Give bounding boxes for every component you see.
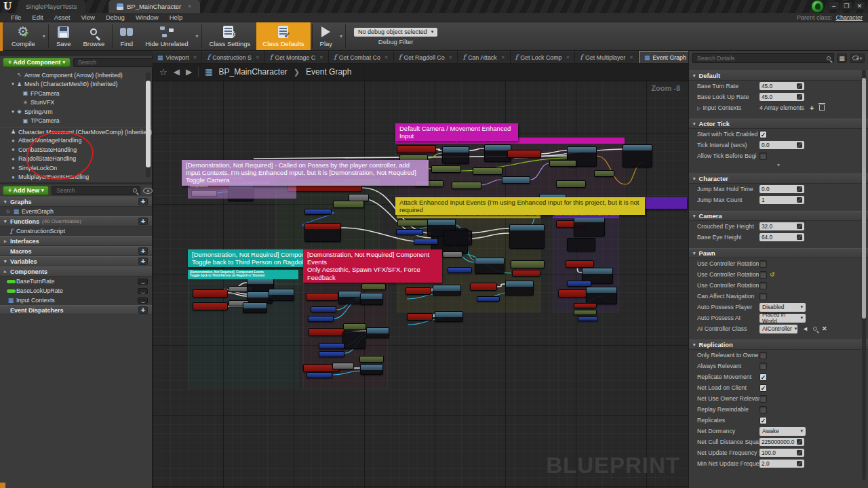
- tab-get-lock-comp[interactable]: fGet Lock Comp✕: [511, 51, 575, 63]
- breadcrumb-root[interactable]: BP_MainCharacter: [218, 67, 287, 77]
- tab-get-multiplayer[interactable]: fGet Multiplayer✕: [575, 51, 638, 63]
- drag-adjust-icon[interactable]: [797, 235, 802, 240]
- section-expander[interactable]: ▼: [689, 161, 868, 168]
- checkbox[interactable]: ✓: [760, 384, 767, 392]
- menu-item-file[interactable]: File: [5, 14, 26, 21]
- compile-button[interactable]: ⚙✓Compile: [5, 22, 41, 50]
- add-component-button[interactable]: + Add Component▾: [3, 58, 71, 67]
- tree-item-fpcamera[interactable]: ▣FPCamera: [0, 89, 152, 98]
- section-header[interactable]: ▾Character: [689, 174, 868, 184]
- number-field[interactable]: 32.0: [760, 222, 804, 230]
- checkbox[interactable]: [760, 395, 767, 403]
- number-field[interactable]: 225000000.0: [760, 438, 804, 446]
- eye-filter-icon[interactable]: [143, 188, 153, 194]
- menu-item-edit[interactable]: Edit: [26, 14, 48, 21]
- property-matrix-icon[interactable]: ▦: [837, 54, 847, 63]
- dropdown[interactable]: Disabled▾: [760, 303, 806, 312]
- favorite-star-icon[interactable]: ☆: [159, 67, 167, 77]
- dropdown[interactable]: Awake▾: [760, 427, 806, 436]
- expand-arrow-icon[interactable]: ▷: [697, 106, 701, 110]
- drag-adjust-icon[interactable]: [797, 197, 802, 203]
- expand-arrow-icon[interactable]: ▷: [7, 209, 12, 214]
- item-baselookuprate[interactable]: BaseLookUpRate: [0, 286, 152, 296]
- section-header[interactable]: ▾Replication: [689, 340, 868, 350]
- drag-adjust-icon[interactable]: [797, 142, 802, 148]
- parent-class-link[interactable]: Character: [835, 14, 863, 21]
- tree-item-multiplayereventshandling[interactable]: ●MultiplayerEventsHandling: [0, 173, 152, 182]
- components-search[interactable]: [73, 58, 162, 67]
- close-icon[interactable]: ✕: [319, 55, 323, 60]
- section-interfaces[interactable]: ▹Interfaces: [0, 236, 152, 246]
- number-field[interactable]: 1: [760, 196, 804, 204]
- my-blueprint-search-input[interactable]: [55, 186, 133, 195]
- section-functions[interactable]: ▾Functions(40 Overridable)+: [0, 216, 152, 226]
- add-element-icon[interactable]: +: [810, 104, 814, 112]
- number-field[interactable]: 45.0: [760, 82, 804, 90]
- dropdown[interactable]: Placed in World▾: [760, 314, 806, 323]
- section-graphs[interactable]: ▾Graphs+: [0, 197, 152, 207]
- hide-unrelated-button[interactable]: Hide Unrelated: [139, 22, 194, 50]
- close-icon[interactable]: ✕: [449, 55, 453, 60]
- my-blueprint-search[interactable]: [52, 186, 140, 195]
- details-scrollbar[interactable]: [862, 70, 866, 480]
- details-search-input[interactable]: [696, 54, 827, 62]
- minimize-button[interactable]: –: [828, 1, 840, 10]
- trash-icon[interactable]: [819, 105, 825, 111]
- close-icon[interactable]: ✕: [193, 55, 197, 60]
- chevron-down-icon[interactable]: ▾: [41, 33, 47, 39]
- tree-item-character[interactable]: ♟Character Movement (CharMoveComp) (Inhe…: [0, 127, 152, 136]
- item-baseturnrate[interactable]: BaseTurnRate: [0, 277, 152, 286]
- tree-item-springarm[interactable]: ▾◆SpringArm: [0, 107, 152, 117]
- checkbox[interactable]: [760, 271, 767, 279]
- details-search[interactable]: [692, 53, 834, 63]
- tree-item-tpcamera[interactable]: ▣TPCamera: [0, 117, 152, 126]
- menu-item-view[interactable]: View: [75, 14, 100, 21]
- tab-can-attack[interactable]: fCan Attack✕: [458, 51, 509, 63]
- expand-arrow-icon[interactable]: ▾: [10, 81, 16, 87]
- checkbox[interactable]: [760, 293, 767, 300]
- checkbox[interactable]: [760, 352, 767, 359]
- add-new-button[interactable]: + Add New▾: [3, 186, 49, 195]
- variable-widget[interactable]: [138, 279, 148, 285]
- revert-icon[interactable]: ↺: [770, 271, 775, 278]
- add-icon[interactable]: +: [138, 218, 148, 225]
- menu-item-asset[interactable]: Asset: [49, 14, 76, 21]
- close-icon[interactable]: ✕: [384, 55, 389, 60]
- tree-item-stunvfx[interactable]: ✳StunVFX: [0, 98, 152, 108]
- save-button[interactable]: Save: [50, 22, 77, 50]
- checkbox[interactable]: [760, 406, 767, 413]
- section-components[interactable]: ▹Components: [0, 266, 152, 277]
- checkbox[interactable]: ✓: [760, 417, 767, 424]
- drag-adjust-icon[interactable]: [797, 439, 802, 445]
- close-icon[interactable]: ✕: [501, 55, 505, 60]
- drag-adjust-icon[interactable]: [797, 94, 802, 100]
- add-icon[interactable]: +: [138, 258, 148, 265]
- tab-get-montage-c[interactable]: fGet Montage C✕: [265, 51, 328, 63]
- menu-item-help[interactable]: Help: [164, 14, 189, 21]
- tab-viewport[interactable]: ▦Viewport✕: [153, 51, 201, 63]
- expand-arrow-icon[interactable]: ▾: [10, 109, 16, 115]
- chevron-down-icon[interactable]: ▾: [195, 33, 200, 39]
- class-defaults-button[interactable]: Class Defaults: [256, 22, 310, 50]
- components-scrollbar[interactable]: [146, 73, 151, 178]
- maximize-button[interactable]: ❐: [841, 1, 852, 10]
- tree-item-arrow[interactable]: ↖Arrow Component (Arrow) (Inherited): [0, 70, 152, 80]
- add-icon[interactable]: +: [138, 306, 148, 314]
- drag-adjust-icon[interactable]: [797, 450, 802, 455]
- number-field[interactable]: 0.0: [760, 141, 804, 149]
- menu-item-debug[interactable]: Debug: [100, 14, 130, 21]
- item-constructionscript[interactable]: fConstructionScript: [0, 226, 152, 236]
- number-field[interactable]: 0.0: [760, 185, 804, 193]
- tree-item-mesh[interactable]: ▾♟Mesh (CharacterMesh0) (Inherited): [0, 80, 152, 89]
- drag-adjust-icon[interactable]: [797, 461, 802, 466]
- tree-item-combatstatehandling[interactable]: ●CombatStateHandling: [0, 145, 152, 155]
- number-field[interactable]: 64.0: [760, 233, 804, 241]
- add-icon[interactable]: +: [138, 198, 148, 205]
- close-icon[interactable]: ✕: [629, 55, 633, 60]
- tree-item-attackmontagehandling[interactable]: ●AttackMontageHandling: [0, 136, 152, 146]
- tab-get-combat-co[interactable]: fGet Combat Co✕: [329, 51, 393, 63]
- section-macros[interactable]: Macros+: [0, 246, 152, 256]
- menu-item-window[interactable]: Window: [130, 14, 164, 21]
- section-header[interactable]: ▾Pawn: [689, 248, 868, 258]
- close-icon[interactable]: ✕: [187, 3, 192, 9]
